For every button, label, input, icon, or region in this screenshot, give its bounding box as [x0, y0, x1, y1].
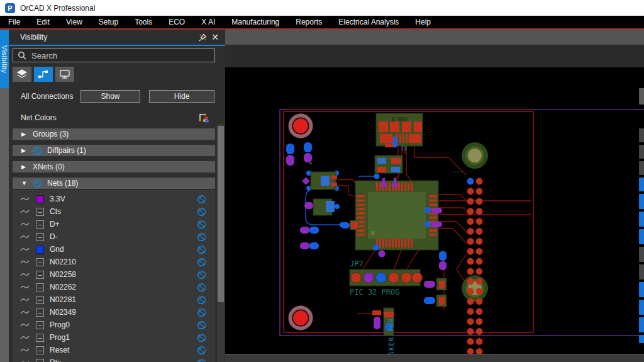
net-row-rts[interactable]: – Rts — [13, 356, 215, 362]
header-pad[interactable] — [476, 248, 483, 255]
jp2-pad[interactable] — [364, 273, 374, 283]
hide-button[interactable]: Hide — [149, 90, 214, 103]
search-input[interactable] — [31, 51, 214, 60]
header-pad[interactable] — [467, 208, 474, 215]
header-pad[interactable] — [467, 198, 474, 205]
central-ic[interactable] — [352, 178, 442, 257]
header-pad[interactable] — [467, 218, 474, 225]
capacitor[interactable] — [300, 242, 319, 249]
ratsnest-icon[interactable] — [20, 284, 30, 290]
net-row-prog1[interactable]: – Prog1 — [13, 331, 215, 344]
globe-icon[interactable] — [197, 283, 206, 292]
panel-scrollbar[interactable] — [217, 124, 225, 362]
net-color-swatch[interactable]: – — [36, 296, 44, 304]
net-color-swatch[interactable]: – — [36, 208, 44, 216]
resistor[interactable] — [424, 295, 447, 307]
ratsnest-icon[interactable] — [20, 221, 30, 227]
header-pad[interactable] — [476, 338, 483, 345]
close-icon[interactable]: ✕ — [209, 31, 221, 43]
header-pad[interactable] — [467, 308, 474, 315]
net-row-n02281[interactable]: – N02281 — [13, 293, 215, 306]
mounting-hole-top-right[interactable] — [462, 142, 488, 169]
capacitor[interactable] — [304, 142, 312, 162]
capacitor[interactable] — [300, 227, 319, 234]
menu-eco[interactable]: ECO — [160, 16, 193, 28]
globe-icon[interactable] — [197, 245, 206, 254]
net-color-swatch[interactable]: – — [36, 271, 44, 279]
net-color-swatch[interactable]: – — [36, 220, 44, 229]
ratsnest-icon[interactable] — [20, 259, 30, 265]
unpin-icon[interactable] — [196, 31, 209, 43]
jp2-pad[interactable] — [351, 273, 362, 283]
net-color-swatch[interactable]: – — [36, 258, 44, 266]
net-colors-icon[interactable] — [197, 111, 210, 126]
ratsnest-icon[interactable] — [20, 208, 30, 215]
menu-edit[interactable]: Edit — [28, 16, 58, 28]
header-pad[interactable] — [467, 178, 474, 185]
show-button[interactable]: Show — [80, 90, 140, 103]
menu-view[interactable]: View — [58, 16, 91, 28]
menu-x-ai[interactable]: X AI — [193, 16, 223, 28]
net-color-swatch[interactable]: – — [36, 233, 44, 241]
chevron-down-icon[interactable]: ▼ — [21, 180, 28, 186]
visibility-dock-tab[interactable]: Visibility — [0, 30, 9, 88]
globe-icon[interactable] — [197, 295, 206, 305]
header-pad[interactable] — [476, 318, 483, 325]
globe-icon[interactable] — [197, 257, 206, 267]
panel-scrollbar-thumb[interactable] — [218, 126, 224, 302]
header-pad[interactable] — [476, 228, 483, 235]
ratsnest-icon[interactable] — [20, 347, 30, 353]
header-pad[interactable] — [476, 188, 483, 195]
section-groups[interactable]: ▶Groups (3) — [13, 128, 215, 140]
mounting-hole-bottom-right[interactable] — [462, 275, 488, 302]
component[interactable] — [304, 199, 340, 215]
header-pad[interactable] — [476, 218, 483, 225]
jp2-pad[interactable] — [412, 273, 423, 283]
header-pad[interactable] — [467, 258, 474, 265]
ratsnest-icon[interactable] — [20, 271, 30, 278]
header-pad-columns[interactable] — [467, 178, 483, 355]
net-color-swatch[interactable]: – — [36, 346, 44, 354]
globe-icon[interactable] — [197, 333, 206, 342]
component[interactable] — [375, 156, 402, 173]
chevron-right-icon[interactable]: ▶ — [21, 147, 28, 154]
net-row-n02262[interactable]: – N02262 — [13, 281, 215, 293]
globe-icon[interactable] — [197, 308, 206, 317]
header-pad[interactable] — [476, 278, 483, 285]
crystal-module[interactable] — [302, 171, 339, 191]
menu-help[interactable]: Help — [407, 16, 439, 28]
net-color-swatch[interactable] — [36, 195, 44, 203]
chevron-right-icon[interactable]: ▶ — [21, 164, 28, 170]
globe-icon[interactable] — [197, 232, 206, 242]
capacitor[interactable] — [286, 144, 294, 166]
ratsnest-icon[interactable] — [20, 297, 30, 303]
chevron-right-icon[interactable]: ▶ — [21, 131, 28, 137]
mounting-hole-bottom-left[interactable] — [291, 308, 311, 329]
net-row-prog0[interactable]: – Prog0 — [13, 319, 215, 331]
connections-filter-button[interactable] — [34, 67, 53, 82]
header-pad[interactable] — [467, 188, 474, 195]
net-row-n02349[interactable]: – N02349 — [13, 306, 215, 319]
globe-icon[interactable] — [197, 220, 206, 229]
capacitor[interactable] — [439, 251, 447, 270]
header-pad[interactable] — [467, 228, 474, 235]
ratsnest-icon[interactable] — [20, 359, 30, 362]
globe-icon[interactable] — [197, 270, 206, 280]
globe-icon[interactable] — [197, 195, 206, 204]
jp2-pad[interactable] — [389, 273, 399, 283]
header-pad[interactable] — [467, 318, 474, 325]
net-color-swatch[interactable]: – — [36, 283, 44, 291]
net-color-swatch[interactable]: – — [36, 359, 44, 362]
layers-filter-button[interactable] — [13, 67, 31, 82]
usb-connector[interactable]: USB B — [376, 113, 423, 148]
ratsnest-icon[interactable] — [20, 246, 30, 252]
header-pad[interactable] — [467, 298, 474, 305]
header-pad[interactable] — [467, 328, 474, 335]
menu-electrical-analysis[interactable]: Electrical Analysis — [330, 16, 407, 28]
net-color-swatch[interactable]: – — [36, 334, 44, 342]
resistor[interactable] — [424, 278, 447, 290]
header-pad[interactable] — [476, 268, 483, 275]
pcb-design-canvas[interactable]: USB B IX — [225, 30, 644, 362]
net-row-cts[interactable]: – Cts — [13, 205, 215, 218]
net-row-d-[interactable]: – D- — [13, 230, 215, 243]
